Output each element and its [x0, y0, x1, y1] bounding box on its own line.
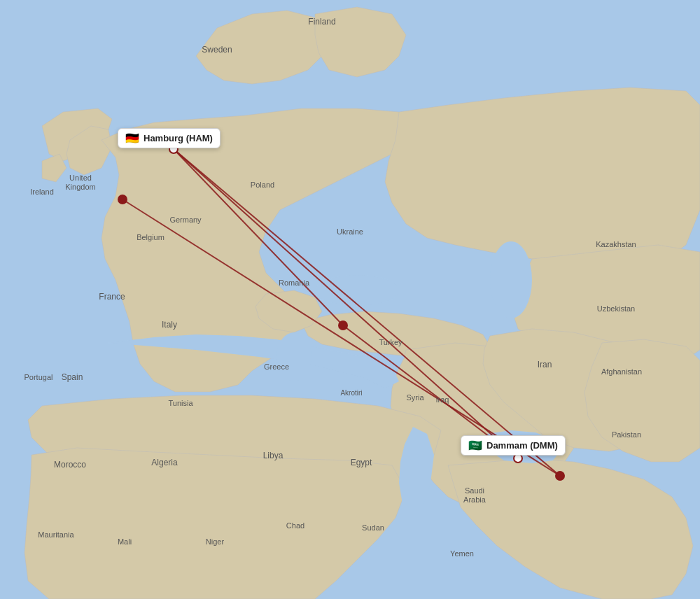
svg-text:Tunisia: Tunisia	[168, 399, 193, 407]
map-container: Finland Sweden United Kingdom Ireland Be…	[0, 0, 700, 599]
svg-point-10	[118, 195, 127, 204]
svg-text:Kazakhstan: Kazakhstan	[596, 240, 636, 248]
svg-text:Poland: Poland	[251, 181, 274, 189]
svg-text:France: France	[99, 292, 125, 302]
svg-text:Ireland: Ireland	[30, 188, 54, 196]
svg-point-3	[276, 332, 312, 381]
svg-text:Kingdom: Kingdom	[65, 183, 95, 191]
svg-text:Mali: Mali	[118, 537, 132, 546]
svg-text:Syria: Syria	[406, 393, 424, 402]
svg-text:Niger: Niger	[206, 537, 225, 546]
svg-point-12	[514, 454, 522, 463]
svg-text:Libya: Libya	[263, 451, 284, 460]
svg-text:Algeria: Algeria	[151, 458, 178, 467]
svg-text:Belgium: Belgium	[136, 233, 164, 241]
svg-text:Portugal: Portugal	[24, 373, 53, 381]
svg-text:Romania: Romania	[279, 279, 310, 287]
svg-text:Greece: Greece	[264, 362, 289, 371]
svg-text:Morocco: Morocco	[54, 460, 86, 470]
svg-text:Turkey: Turkey	[379, 338, 402, 346]
svg-text:Spain: Spain	[62, 372, 83, 382]
svg-text:United: United	[69, 174, 92, 182]
svg-text:Yemen: Yemen	[450, 549, 474, 558]
svg-text:Sudan: Sudan	[362, 523, 384, 532]
svg-text:Egypt: Egypt	[351, 458, 372, 467]
svg-text:Italy: Italy	[162, 320, 177, 330]
svg-text:Uzbekistan: Uzbekistan	[597, 304, 635, 313]
svg-text:Saudi: Saudi	[465, 486, 484, 495]
svg-text:Pakistan: Pakistan	[612, 430, 641, 439]
svg-text:Ukraine: Ukraine	[337, 227, 363, 236]
map-background: Finland Sweden United Kingdom Ireland Be…	[0, 0, 700, 599]
svg-text:Iran: Iran	[538, 360, 552, 369]
svg-point-13	[556, 472, 564, 480]
svg-point-11	[339, 321, 347, 330]
svg-text:Chad: Chad	[286, 521, 304, 530]
svg-text:Mauritania: Mauritania	[38, 530, 74, 539]
svg-text:Germany: Germany	[169, 216, 202, 224]
svg-text:Arabia: Arabia	[463, 495, 486, 504]
svg-text:Akrotiri: Akrotiri	[340, 389, 362, 397]
svg-text:Iraq: Iraq	[436, 395, 449, 404]
svg-point-1	[490, 241, 532, 318]
svg-text:Sweden: Sweden	[202, 45, 232, 55]
svg-point-9	[169, 145, 178, 153]
svg-text:Finland: Finland	[308, 17, 335, 27]
svg-text:Afghanistan: Afghanistan	[601, 367, 642, 376]
